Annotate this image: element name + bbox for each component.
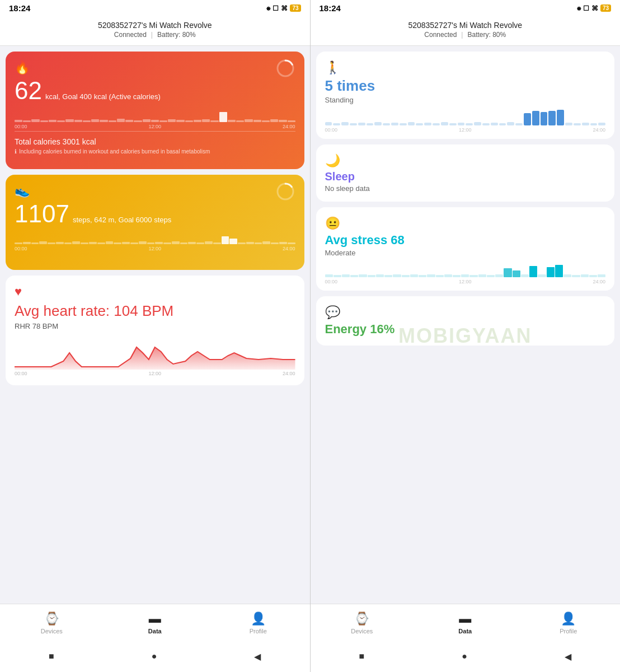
devices-icon: ⌚ <box>44 612 59 626</box>
left-status-icons: ⎈ ☐ ⌘ 73 <box>266 4 300 12</box>
sleep-label: No sleep data <box>325 184 606 193</box>
stress-label: Moderate <box>325 249 606 257</box>
right-connected-status: Connected <box>424 31 457 39</box>
stress-chart: 00:00 12:00 24:00 <box>325 262 606 282</box>
left-profile-label: Profile <box>250 628 267 634</box>
left-time: 18:24 <box>9 3 30 13</box>
wifi-icon: ⌘ <box>281 4 288 12</box>
person-icon: 🚶 <box>325 60 340 74</box>
standing-label: Standing <box>325 96 606 104</box>
flame-icon: 🔥 <box>15 60 295 75</box>
square-btn[interactable]: ■ <box>49 651 54 661</box>
right-data-label: Data <box>458 628 472 634</box>
left-nav-devices[interactable]: ⌚ Devices <box>0 612 104 634</box>
standing-value: 5 times <box>325 77 606 95</box>
heart-icon: ♥ <box>15 284 22 298</box>
data-icon: ▬ <box>149 612 161 626</box>
standing-chart: 00:00 12:00 24:00 <box>325 110 606 130</box>
calories-unit: kcal, Goal 400 kcal (Active calories) <box>45 92 161 101</box>
calories-note: ℹ Including calories burned in workout a… <box>15 148 295 155</box>
left-data-label: Data <box>148 628 162 634</box>
right-android-nav: ■ ● ◀ <box>311 643 621 672</box>
right-nav-devices[interactable]: ⌚ Devices <box>311 612 414 634</box>
standing-chart-labels: 00:00 12:00 24:00 <box>325 127 606 133</box>
steps-chart: 00:00 12:00 24:00 <box>15 232 295 249</box>
right-devices-icon: ⌚ <box>354 612 369 626</box>
steps-unit: steps, 642 m, Goal 6000 steps <box>73 216 171 224</box>
left-connected-status: Connected <box>114 31 147 39</box>
moon-icon: 🌙 <box>325 153 340 167</box>
avg-heart-rate: Avg heart rate: 104 BPM <box>15 302 295 320</box>
calories-chart-labels: 00:00 12:00 24:00 <box>15 124 295 129</box>
right-status-icons: ⎈ ☐ ⌘ 73 <box>577 4 611 12</box>
heart-chart <box>15 336 295 370</box>
right-divider: | <box>461 31 463 39</box>
right-nav-data[interactable]: ▬ Data <box>414 612 517 634</box>
steps-chart-labels: 00:00 12:00 24:00 <box>15 246 295 251</box>
calories-value: 62 <box>15 78 42 103</box>
info-icon: ℹ <box>15 148 17 155</box>
right-bottom-nav: ⌚ Devices ▬ Data 👤 Profile <box>311 604 621 643</box>
stress-value: Avg stress 68 <box>325 233 606 248</box>
left-divider: | <box>151 31 153 39</box>
right-time: 18:24 <box>320 3 341 13</box>
left-android-nav: ■ ● ◀ <box>0 643 310 672</box>
right-square-btn[interactable]: ■ <box>359 651 365 661</box>
left-devices-label: Devices <box>41 628 63 634</box>
sleep-value: Sleep <box>325 170 606 183</box>
heart-chart-labels: 00:00 12:00 24:00 <box>15 371 295 376</box>
right-message-icon: ☐ <box>583 4 589 12</box>
calories-progress-ring <box>275 58 295 78</box>
right-device-header: 5208352727's Mi Watch Revolve Connected … <box>311 16 621 46</box>
left-nav-data[interactable]: ▬ Data <box>104 612 207 634</box>
right-nav-profile[interactable]: 👤 Profile <box>517 612 621 634</box>
calories-card[interactable]: 🔥 62 kcal, Goal 400 kcal (Active calorie… <box>6 52 304 169</box>
energy-card[interactable]: 💬 Energy 16% <box>316 296 615 346</box>
right-device-name: 5208352727's Mi Watch Revolve <box>317 21 614 30</box>
left-battery-status: Battery: 80% <box>157 31 196 39</box>
profile-icon: 👤 <box>251 612 266 626</box>
left-status-bar: 18:24 ⎈ ☐ ⌘ 73 <box>0 0 310 16</box>
right-phone: MOBIGYAAN 18:24 ⎈ ☐ ⌘ 73 5208352727's Mi… <box>311 0 621 672</box>
left-device-name: 5208352727's Mi Watch Revolve <box>7 21 303 30</box>
sleep-card[interactable]: 🌙 Sleep No sleep data <box>316 144 615 202</box>
right-devices-label: Devices <box>351 628 373 634</box>
left-nav-profile[interactable]: 👤 Profile <box>206 612 310 634</box>
right-data-icon: ▬ <box>459 612 471 626</box>
heart-rate-card[interactable]: ♥ Avg heart rate: 104 BPM RHR 78 BPM <box>6 276 304 385</box>
left-phone: 18:24 ⎈ ☐ ⌘ 73 5208352727's Mi Watch Rev… <box>0 0 311 672</box>
battery-badge: 73 <box>290 4 300 12</box>
right-profile-label: Profile <box>560 628 577 634</box>
total-calories-label: Total calories 3001 kcal <box>15 131 295 146</box>
right-device-status: Connected | Battery: 80% <box>317 31 614 39</box>
right-status-bar: 18:24 ⎈ ☐ ⌘ 73 <box>311 0 621 16</box>
left-device-status: Connected | Battery: 80% <box>7 31 303 39</box>
back-btn[interactable]: ◀ <box>254 651 261 662</box>
bluetooth-icon: ⎈ <box>266 4 270 12</box>
shoe-icon: 👟 <box>15 184 295 198</box>
left-device-header: 5208352727's Mi Watch Revolve Connected … <box>0 16 310 46</box>
energy-icon: 💬 <box>325 305 340 319</box>
steps-progress-ring <box>275 181 295 202</box>
stress-card[interactable]: 😐 Avg stress 68 Moderate <box>316 207 615 291</box>
circle-btn[interactable]: ● <box>152 651 157 661</box>
steps-value: 1107 <box>15 202 69 226</box>
rhr-label: RHR 78 BPM <box>15 322 295 330</box>
message-icon: ☐ <box>273 4 279 12</box>
right-bluetooth-icon: ⎈ <box>577 4 581 12</box>
left-content: 🔥 62 kcal, Goal 400 kcal (Active calorie… <box>0 46 310 604</box>
right-wifi-icon: ⌘ <box>591 4 598 12</box>
right-battery-badge: 73 <box>600 4 611 12</box>
calories-chart: 00:00 12:00 24:00 <box>15 109 295 125</box>
steps-card[interactable]: 👟 1107 steps, 642 m, Goal 6000 steps <box>6 175 304 270</box>
right-back-btn[interactable]: ◀ <box>565 651 571 662</box>
right-circle-btn[interactable]: ● <box>462 651 467 661</box>
stress-chart-labels: 00:00 12:00 24:00 <box>325 279 606 284</box>
standing-card[interactable]: 🚶 5 times Standing <box>316 52 615 139</box>
right-content: 🚶 5 times Standing <box>311 46 621 604</box>
right-battery-status: Battery: 80% <box>467 31 506 39</box>
right-profile-icon: 👤 <box>561 612 576 626</box>
stress-emoji-icon: 😐 <box>325 216 340 230</box>
energy-value: Energy 16% <box>325 322 606 337</box>
left-bottom-nav: ⌚ Devices ▬ Data 👤 Profile <box>0 604 310 643</box>
